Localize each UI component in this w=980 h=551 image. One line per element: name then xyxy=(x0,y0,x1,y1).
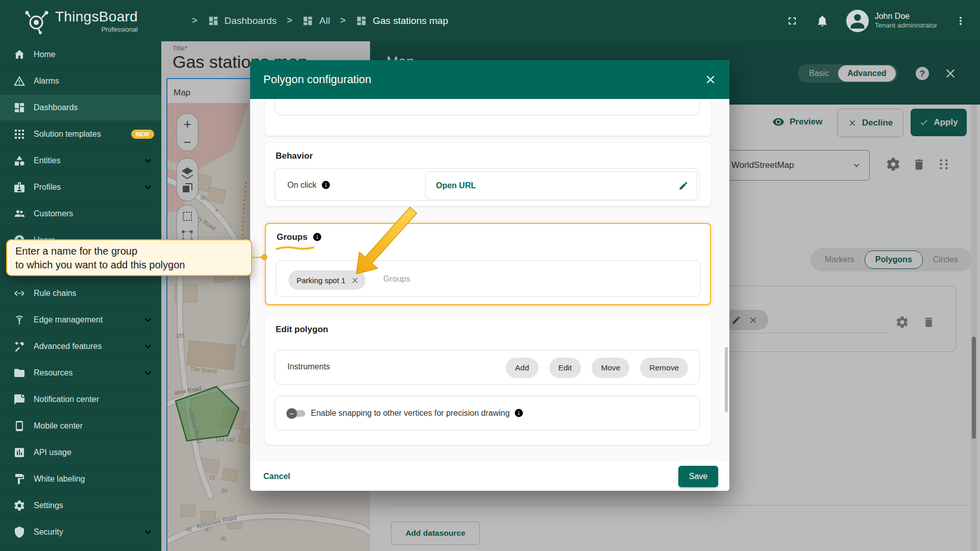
info-icon[interactable] xyxy=(312,232,322,242)
sidebar-item-label: White labeling xyxy=(34,474,85,484)
sidebar-item-label: Advanced features xyxy=(34,342,102,351)
user-info[interactable]: John Doe Tenant administrator xyxy=(875,11,937,30)
edit-polygon-title: Edit polygon xyxy=(276,324,328,335)
user-role: Tenant administrator xyxy=(875,21,937,30)
breadcrumb-item[interactable]: > Dashboards xyxy=(182,15,277,27)
avatar[interactable] xyxy=(846,10,869,32)
sidebar-item[interactable]: Dashboards xyxy=(0,94,161,121)
sidebar-item-label: Security xyxy=(34,528,63,537)
app-logo[interactable]: ThingsBoard Professional xyxy=(22,6,138,36)
info-icon[interactable] xyxy=(321,180,331,190)
onboarding-tooltip: Enter a name for the group to which you … xyxy=(6,239,252,276)
instruments-label: Instruments xyxy=(287,362,330,371)
fullscreen-icon[interactable] xyxy=(786,15,798,27)
breadcrumb-label: All xyxy=(319,15,330,27)
dialog-title: Polygon configuration xyxy=(263,73,372,86)
sidebar-item[interactable]: Advanced features xyxy=(0,333,161,360)
sidebar-item[interactable]: Mobile center xyxy=(0,413,161,439)
sidebar-item[interactable]: Customers xyxy=(0,201,161,227)
security-icon xyxy=(13,526,26,538)
breadcrumb: > Dashboards > All > Gas stations map xyxy=(182,15,448,27)
breadcrumb-item[interactable]: > All xyxy=(277,15,330,27)
resources-icon xyxy=(13,367,26,379)
sidebar-item-label: Edge management xyxy=(34,315,103,324)
sidebar-item[interactable]: Edge management xyxy=(0,307,161,333)
sidebar-item[interactable]: Rule chains xyxy=(0,280,161,307)
sidebar-item[interactable]: Solution templates NEW xyxy=(0,121,161,147)
instrument-button[interactable]: Add xyxy=(506,358,538,378)
instrument-button[interactable]: Remove xyxy=(640,358,688,378)
sidebar-item[interactable]: Settings xyxy=(0,492,161,519)
info-icon[interactable] xyxy=(514,408,524,418)
sidebar-item[interactable]: White labeling xyxy=(0,466,161,492)
sidebar-item-label: Entities xyxy=(34,156,60,165)
more-vert-icon[interactable] xyxy=(954,15,967,27)
instrument-button[interactable]: Move xyxy=(592,358,629,378)
top-bar: ThingsBoard Professional > Dashboards > … xyxy=(0,0,980,41)
notifications-bell-icon[interactable] xyxy=(816,14,829,28)
advanced-icon xyxy=(13,340,26,353)
tooltip-connector-dot xyxy=(261,254,267,260)
highlight-underline xyxy=(276,245,314,251)
instruments-row: Instruments Add Edit Move Remove xyxy=(275,350,700,385)
scrolled-card-partial xyxy=(265,99,711,136)
snapping-toggle[interactable]: − xyxy=(286,407,307,419)
open-url-label: Open URL xyxy=(436,181,476,190)
dialog-close-icon[interactable] xyxy=(704,73,717,86)
api-icon xyxy=(13,446,26,459)
sidebar-item[interactable]: Alarms xyxy=(0,68,161,94)
dashboard-grid-icon xyxy=(302,15,313,27)
sidebar-item-label: API usage xyxy=(34,448,71,457)
entities-icon xyxy=(13,155,26,167)
chevron-down-icon xyxy=(142,340,154,353)
chevron-down-icon xyxy=(142,155,154,167)
sidebar-item[interactable]: Home xyxy=(0,41,161,68)
breadcrumb-separator: > xyxy=(192,15,198,26)
instrument-buttons: Add Edit Move Remove xyxy=(495,358,688,378)
dialog-scrollbar-thumb[interactable] xyxy=(725,347,728,412)
app-name: ThingsBoard xyxy=(55,9,138,25)
instrument-button[interactable]: Edit xyxy=(549,358,581,378)
sidebar: Home Alarms Dashboards Solution templa xyxy=(0,41,161,551)
sidebar-item-label: Alarms xyxy=(34,77,59,86)
group-chip[interactable]: Parking spot 1 xyxy=(288,270,365,290)
sidebar-item[interactable]: Security xyxy=(0,519,161,545)
customers-icon xyxy=(13,208,26,220)
chip-remove-icon[interactable] xyxy=(351,276,359,285)
alarm-icon xyxy=(13,75,26,87)
dialog-header: Polygon configuration xyxy=(250,60,729,99)
breadcrumb-item[interactable]: > Gas stations map xyxy=(330,15,448,27)
dialog-footer: Cancel Save xyxy=(250,462,729,491)
sidebar-item-label: Solution templates xyxy=(34,130,101,139)
chevron-down-icon xyxy=(142,314,154,326)
tooltip-line: Enter a name for the group xyxy=(15,244,243,258)
sidebar-item[interactable]: Resources xyxy=(0,360,161,386)
sidebar-item-label: Notification center xyxy=(34,395,99,404)
sidebar-item[interactable]: API usage xyxy=(0,439,161,466)
groups-input[interactable]: Parking spot 1 Groups xyxy=(276,260,701,297)
cancel-button[interactable]: Cancel xyxy=(263,472,290,481)
groups-title: Groups xyxy=(277,232,322,242)
open-url-action[interactable]: Open URL xyxy=(425,171,697,200)
dashboard-grid-icon xyxy=(208,15,219,27)
chevron-down-icon xyxy=(142,526,154,538)
on-click-label: On click xyxy=(287,180,331,190)
edge-icon xyxy=(13,314,26,326)
sidebar-item[interactable]: Profiles xyxy=(0,174,161,201)
sidebar-item[interactable]: Notification center xyxy=(0,386,161,413)
on-click-row: On click Open URL xyxy=(275,168,700,201)
polygon-configuration-dialog: Polygon configuration Behavior On click … xyxy=(250,60,729,491)
sidebar-item[interactable]: Entities xyxy=(0,147,161,174)
toggle-knob: − xyxy=(286,408,297,419)
dialog-body: Behavior On click Open URL Groups xyxy=(250,99,729,462)
partial-field xyxy=(275,99,700,115)
save-button[interactable]: Save xyxy=(678,466,718,487)
sidebar-item-label: Settings xyxy=(34,501,63,510)
pencil-icon[interactable] xyxy=(678,181,689,191)
breadcrumb-separator: > xyxy=(340,15,346,26)
sidebar-item-label: Rule chains xyxy=(34,289,77,298)
app-edition: Professional xyxy=(101,26,138,33)
dashboard-grid-icon xyxy=(356,15,367,27)
notification-icon xyxy=(13,393,26,406)
dashboards-icon xyxy=(13,102,26,114)
